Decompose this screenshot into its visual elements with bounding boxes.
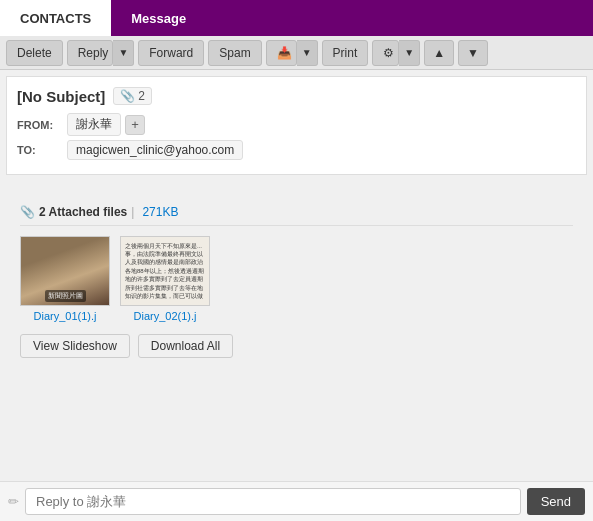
spam-button[interactable]: Spam bbox=[208, 40, 261, 66]
attachment-badge: 📎 2 bbox=[113, 87, 152, 105]
save-group: 📥 ▼ bbox=[266, 40, 318, 66]
subject-line: [No Subject] 📎 2 bbox=[17, 87, 576, 105]
from-label: FROM: bbox=[17, 119, 67, 131]
down-arrow-icon: ▼ bbox=[467, 46, 479, 60]
attach-divider: | bbox=[131, 205, 134, 219]
to-value: magicwen_clinic@yahoo.com bbox=[67, 140, 243, 160]
email-subject: [No Subject] bbox=[17, 88, 105, 105]
tab-contacts[interactable]: CONTACTS bbox=[0, 0, 111, 36]
send-button[interactable]: Send bbox=[527, 488, 585, 515]
paperclip-icon: 📎 bbox=[120, 89, 135, 103]
email-content-area: [No Subject] 📎 2 FROM: 謝永華 + TO: magicwe… bbox=[6, 76, 587, 175]
attach-size-label: 271KB bbox=[142, 205, 178, 219]
up-arrow-icon: ▲ bbox=[433, 46, 445, 60]
save-button[interactable]: 📥 bbox=[266, 40, 297, 66]
gear-icon: ⚙ bbox=[383, 46, 394, 60]
attachments-section: 📎 2 Attached files | 271KB 新聞照片圖 Diary_0… bbox=[0, 205, 593, 358]
delete-button[interactable]: Delete bbox=[6, 40, 63, 66]
attachment-item-1[interactable]: 新聞照片圖 Diary_01(1).j bbox=[20, 236, 110, 322]
reply-bar: ✏ Send bbox=[0, 481, 593, 521]
reply-dropdown-arrow[interactable]: ▼ bbox=[113, 40, 134, 66]
tab-bar: CONTACTS Message bbox=[0, 0, 593, 36]
settings-group: ⚙ ▼ bbox=[372, 40, 420, 66]
attach-files-list: 新聞照片圖 Diary_01(1).j 之後兩個月天下不知原來是... 事，由法… bbox=[20, 236, 573, 322]
attach-filename-1[interactable]: Diary_01(1).j bbox=[34, 310, 97, 322]
tab-message[interactable]: Message bbox=[111, 0, 206, 36]
edit-icon: ✏ bbox=[8, 494, 19, 509]
reply-button[interactable]: Reply bbox=[67, 40, 114, 66]
diary1-thumbnail: 新聞照片圖 bbox=[21, 236, 109, 306]
reply-input[interactable] bbox=[25, 488, 521, 515]
attach-thumb-2: 之後兩個月天下不知原來是... 事，由法院準備最終再開文以 人及我國的感情最是南… bbox=[120, 236, 210, 306]
attachments-header: 📎 2 Attached files | 271KB bbox=[20, 205, 573, 226]
reply-group: Reply ▼ bbox=[67, 40, 135, 66]
download-all-button[interactable]: Download All bbox=[138, 334, 233, 358]
attach-count-label: 2 Attached files bbox=[39, 205, 127, 219]
toolbar: Delete Reply ▼ Forward Spam 📥 ▼ Print ⚙ bbox=[0, 36, 593, 70]
print-button[interactable]: Print bbox=[322, 40, 369, 66]
save-icon: 📥 bbox=[277, 46, 292, 60]
paperclip-attach-icon: 📎 bbox=[20, 205, 35, 219]
settings-dropdown-arrow[interactable]: ▼ bbox=[399, 40, 420, 66]
attach-action-buttons: View Slideshow Download All bbox=[20, 334, 573, 358]
move-down-button[interactable]: ▼ bbox=[458, 40, 488, 66]
to-label: TO: bbox=[17, 144, 67, 156]
from-row: FROM: 謝永華 + bbox=[17, 113, 576, 136]
view-slideshow-button[interactable]: View Slideshow bbox=[20, 334, 130, 358]
move-up-button[interactable]: ▲ bbox=[424, 40, 454, 66]
forward-button[interactable]: Forward bbox=[138, 40, 204, 66]
add-contact-button[interactable]: + bbox=[125, 115, 145, 135]
save-dropdown-arrow[interactable]: ▼ bbox=[297, 40, 318, 66]
diary2-thumbnail: 之後兩個月天下不知原來是... 事，由法院準備最終再開文以 人及我國的感情最是南… bbox=[121, 236, 209, 306]
from-value: 謝永華 bbox=[67, 113, 121, 136]
attach-thumb-1: 新聞照片圖 bbox=[20, 236, 110, 306]
to-row: TO: magicwen_clinic@yahoo.com bbox=[17, 140, 576, 160]
attach-filename-2[interactable]: Diary_02(1).j bbox=[134, 310, 197, 322]
attachment-item-2[interactable]: 之後兩個月天下不知原來是... 事，由法院準備最終再開文以 人及我國的感情最是南… bbox=[120, 236, 210, 322]
settings-button[interactable]: ⚙ bbox=[372, 40, 399, 66]
